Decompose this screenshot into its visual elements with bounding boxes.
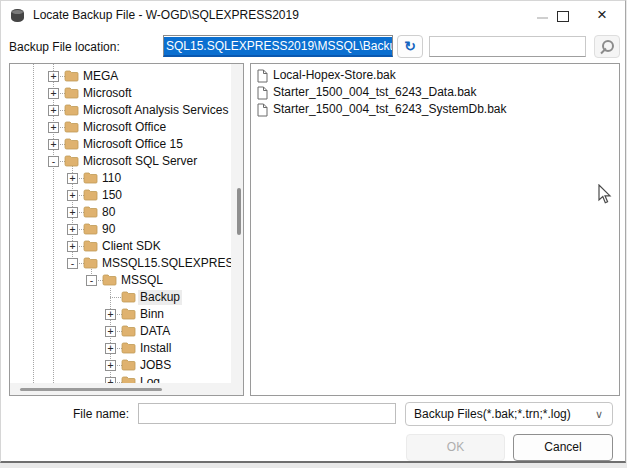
tree-item-mssql15-sqlexpress2019[interactable]: - MSSQL15.SQLEXPRESS2019 <box>10 255 243 272</box>
expand-toggle-icon[interactable]: - <box>86 275 97 286</box>
tree-item-label[interactable]: 80 <box>100 205 117 220</box>
locate-backup-file-dialog: Locate Backup File - W-OGD\SQLEXPRESS201… <box>0 0 626 463</box>
location-selected-text: SQL15.SQLEXPRESS2019\MSSQL\Backup <box>164 37 393 56</box>
tree-item-90[interactable]: + 90 <box>10 221 243 238</box>
refresh-button[interactable]: ↻ <box>397 35 423 58</box>
tree-item-label[interactable]: Microsoft Office 15 <box>81 137 185 152</box>
folder-icon <box>121 291 136 303</box>
tree-item-80[interactable]: + 80 <box>10 204 243 221</box>
tree-item-label[interactable]: Microsoft Analysis Services <box>81 103 230 118</box>
tree-item-label[interactable]: JOBS <box>138 358 173 373</box>
expand-toggle-icon[interactable]: - <box>67 258 78 269</box>
tree-item-jobs[interactable]: + JOBS <box>10 357 243 374</box>
expand-toggle-icon[interactable]: + <box>67 241 78 252</box>
tree-item-110[interactable]: + 110 <box>10 170 243 187</box>
expand-toggle-icon[interactable]: + <box>48 88 59 99</box>
folder-icon <box>83 223 98 235</box>
file-name-text[interactable]: Starter_1500_004_tst_6243_SystemDb.bak <box>273 102 507 117</box>
tree-horizontal-scrollbar[interactable] <box>10 383 233 395</box>
tree-item-label[interactable]: Microsoft SQL Server <box>81 154 199 169</box>
tree-horizontal-scrollbar-thumb[interactable] <box>20 388 162 391</box>
tree-item-microsoft-sql-server[interactable]: - Microsoft SQL Server <box>10 153 243 170</box>
mouse-cursor <box>598 184 612 209</box>
file-type-dropdown[interactable]: Backup Files(*.bak;*.trn;*.log) ∨ <box>405 402 613 426</box>
minimize-button[interactable] <box>537 17 548 19</box>
file-name-text[interactable]: Local-Hopex-Store.bak <box>273 68 396 83</box>
chevron-down-icon: ∨ <box>595 403 603 425</box>
file-name-input[interactable] <box>138 403 396 424</box>
tree-item-binn[interactable]: + Binn <box>10 306 243 323</box>
tree-item-label[interactable]: Install <box>138 341 173 356</box>
tree-item-label[interactable]: 150 <box>100 188 124 203</box>
folder-icon <box>83 206 98 218</box>
tree-item-label[interactable]: Microsoft Office <box>81 120 168 135</box>
tree-item-microsoft[interactable]: + Microsoft <box>10 85 243 102</box>
folder-icon <box>121 359 136 371</box>
expand-toggle-icon[interactable]: + <box>48 122 59 133</box>
file-item[interactable]: Starter_1500_004_tst_6243_Data.bak <box>251 84 619 101</box>
maximize-button[interactable] <box>557 11 569 22</box>
tree-item-label[interactable]: MSSQL <box>119 273 165 288</box>
file-name-text[interactable]: Starter_1500_004_tst_6243_Data.bak <box>273 85 477 100</box>
tree-item-label[interactable]: Microsoft <box>81 86 134 101</box>
file-type-selected-value: Backup Files(*.bak;*.trn;*.log) <box>414 407 571 421</box>
expand-toggle-icon[interactable]: + <box>67 207 78 218</box>
expand-toggle-icon[interactable]: + <box>105 343 116 354</box>
tree-item-label[interactable]: 110 <box>100 171 123 186</box>
expand-toggle-icon[interactable]: + <box>48 105 59 116</box>
expand-toggle-icon[interactable]: + <box>48 139 59 150</box>
tree-item-mega[interactable]: + MEGA <box>10 68 243 85</box>
folder-icon <box>121 325 136 337</box>
folder-icon <box>83 172 98 184</box>
tree-item-data[interactable]: + DATA <box>10 323 243 340</box>
expand-toggle-icon[interactable]: + <box>105 326 116 337</box>
backup-file-location-label: Backup File location: <box>9 40 120 54</box>
folder-icon <box>83 189 98 201</box>
refresh-icon: ↻ <box>404 38 416 54</box>
tree-item-backup[interactable]: Backup <box>10 289 243 306</box>
expand-toggle-icon[interactable]: + <box>105 360 116 371</box>
location-input[interactable]: SQL15.SQLEXPRESS2019\MSSQL\Backup <box>163 35 393 57</box>
search-button[interactable] <box>594 35 620 58</box>
expand-toggle-icon[interactable]: + <box>67 190 78 201</box>
tree-item-label[interactable]: Backup <box>138 290 182 305</box>
file-name-label: File name: <box>61 407 129 421</box>
titlebar[interactable]: Locate Backup File - W-OGD\SQLEXPRESS201… <box>1 1 625 29</box>
file-item[interactable]: Starter_1500_004_tst_6243_SystemDb.bak <box>251 101 619 118</box>
file-icon <box>257 86 268 100</box>
tree-item-microsoft-analysis-services[interactable]: + Microsoft Analysis Services <box>10 102 243 119</box>
folder-tree-pane: + MEGA + Microsoft + Microsoft Analysis … <box>9 63 244 396</box>
tree-item-150[interactable]: + 150 <box>10 187 243 204</box>
folder-icon <box>64 104 79 116</box>
tree-item-label[interactable]: Binn <box>138 307 166 322</box>
ok-button[interactable]: OK <box>406 434 505 461</box>
tree-item-label[interactable]: 90 <box>100 222 117 237</box>
tree-item-client-sdk[interactable]: + Client SDK <box>10 238 243 255</box>
tree-item-label[interactable]: MSSQL15.SQLEXPRESS2019 <box>100 256 244 271</box>
expand-toggle-icon[interactable]: + <box>48 71 59 82</box>
tree-item-mssql[interactable]: - MSSQL <box>10 272 243 289</box>
tree-item-label[interactable]: Client SDK <box>100 239 163 254</box>
screen: Locate Backup File - W-OGD\SQLEXPRESS201… <box>0 0 627 468</box>
tree-vertical-scrollbar-thumb[interactable] <box>237 188 241 235</box>
expand-toggle-icon[interactable]: + <box>105 309 116 320</box>
folder-icon <box>64 121 79 133</box>
tree-item-label[interactable]: DATA <box>138 324 172 339</box>
search-icon <box>602 40 614 52</box>
close-button[interactable]: × <box>597 4 607 26</box>
file-item[interactable]: Local-Hopex-Store.bak <box>251 67 619 84</box>
folder-icon <box>83 257 98 269</box>
tree-vertical-scrollbar[interactable] <box>231 64 243 395</box>
tree-item-install[interactable]: + Install <box>10 340 243 357</box>
cancel-button[interactable]: Cancel <box>513 434 613 461</box>
expand-toggle-icon[interactable]: - <box>48 156 59 167</box>
expand-toggle-icon[interactable]: + <box>67 224 78 235</box>
database-icon <box>11 9 24 22</box>
folder-icon <box>102 274 117 286</box>
tree-item-label[interactable]: MEGA <box>81 69 120 84</box>
folder-icon <box>121 308 136 320</box>
expand-toggle-icon[interactable]: + <box>67 173 78 184</box>
search-input[interactable] <box>429 36 586 57</box>
tree-item-microsoft-office[interactable]: + Microsoft Office <box>10 119 243 136</box>
tree-item-microsoft-office-15[interactable]: + Microsoft Office 15 <box>10 136 243 153</box>
